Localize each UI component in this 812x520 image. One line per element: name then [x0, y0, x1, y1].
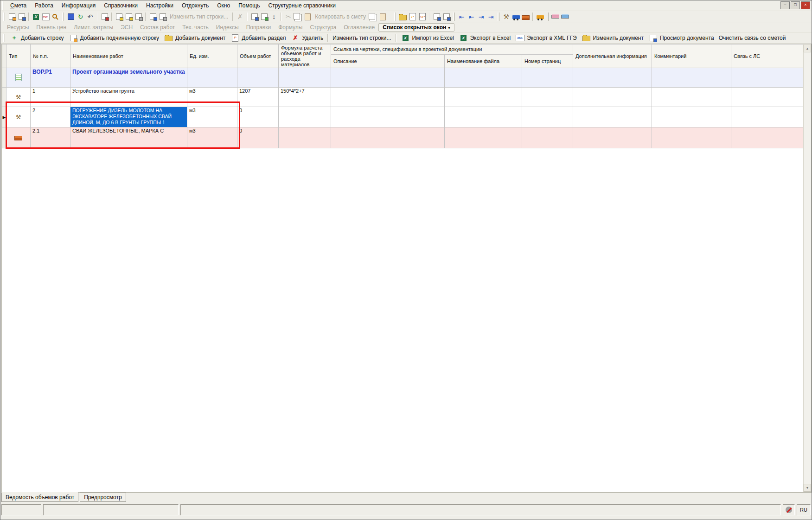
- add-document-button[interactable]: Добавить документ: [161, 32, 228, 43]
- cell-link-pages[interactable]: [522, 88, 573, 107]
- cell-formula[interactable]: [279, 107, 331, 127]
- view-document-button[interactable]: Просмотр документа: [646, 32, 716, 43]
- cell-link-file[interactable]: [445, 127, 522, 148]
- lock-export-icon[interactable]: [100, 12, 109, 22]
- col-header-num[interactable]: № п.п.: [31, 44, 70, 68]
- cell-num[interactable]: 2: [31, 107, 70, 127]
- cell-comment[interactable]: [652, 68, 731, 88]
- cell-unit[interactable]: м3: [187, 88, 237, 107]
- tree-cut-icon[interactable]: [432, 12, 441, 22]
- change-row-type-button[interactable]: Изменить тип строки...: [330, 34, 393, 42]
- cell-link-file[interactable]: [445, 68, 522, 88]
- cell-volume[interactable]: [237, 68, 279, 88]
- cell-comment[interactable]: [652, 127, 731, 148]
- truck-cargo-icon[interactable]: [535, 12, 545, 22]
- tab-formuly[interactable]: Формулы: [275, 24, 306, 31]
- cell-extra[interactable]: [573, 68, 652, 88]
- cell-comment[interactable]: [652, 88, 731, 107]
- add-child-row-button[interactable]: Добавить подчиненную строку: [66, 32, 161, 43]
- undo-icon[interactable]: ↶: [85, 12, 95, 22]
- refresh-icon[interactable]: ↻: [76, 12, 85, 22]
- toolbar-grip[interactable]: [62, 13, 64, 21]
- add-row-button[interactable]: + Добавить строку: [7, 32, 66, 43]
- tab-sostav-rabot[interactable]: Состав работ: [136, 24, 179, 31]
- tab-esn[interactable]: ЭСН: [117, 24, 136, 31]
- tab-indeksy[interactable]: Индексы: [212, 24, 243, 31]
- col-header-type[interactable]: Тип: [6, 44, 31, 68]
- cell-link-desc[interactable]: [331, 127, 445, 148]
- cell-volume[interactable]: 1207: [237, 88, 279, 107]
- col-header-formula[interactable]: Формула расчета объемов работ и расхода …: [279, 44, 331, 68]
- cell-formula[interactable]: [279, 127, 331, 148]
- tree-cut-alt-icon[interactable]: [441, 12, 451, 22]
- copy-to-estimate-button[interactable]: Копировать в смету: [313, 13, 368, 20]
- menu-otdohnut[interactable]: Отдохнуть: [178, 1, 213, 10]
- tab-predprosmotr[interactable]: Предпросмотр: [80, 493, 126, 502]
- cell-link-file[interactable]: [445, 88, 522, 107]
- cell-link-pages[interactable]: [522, 68, 573, 88]
- cell-ls[interactable]: [731, 107, 805, 127]
- maximize-button[interactable]: □: [791, 1, 800, 9]
- indent-first-icon[interactable]: ⇤: [457, 12, 467, 22]
- cell-extra[interactable]: [573, 88, 652, 107]
- cell-type[interactable]: [6, 68, 31, 88]
- cell-link-file[interactable]: [445, 107, 522, 127]
- cell-volume[interactable]: 0: [237, 107, 279, 127]
- menu-strukturnye-spravochniki[interactable]: Структурные справочники: [264, 1, 340, 10]
- cell-num[interactable]: 1: [31, 88, 70, 107]
- col-header-link-group[interactable]: Ссылка на чертежи, спецификации в проект…: [331, 44, 573, 55]
- col-header-extra[interactable]: Дополнительная информация: [573, 44, 652, 68]
- cell-name-selected[interactable]: ПОГРУЖЕНИЕ ДИЗЕЛЬ-МОЛОТОМ НА ЭКСКАВАТОРЕ…: [70, 107, 187, 127]
- bricks-icon[interactable]: [521, 12, 531, 22]
- col-header-comment[interactable]: Комментарий: [652, 44, 731, 68]
- row-type-icon[interactable]: [114, 12, 124, 22]
- edit-cell-icon[interactable]: [259, 12, 269, 22]
- minimize-button[interactable]: –: [780, 1, 790, 9]
- row-type-alt-icon[interactable]: [124, 12, 134, 22]
- edit-document-button[interactable]: Изменить документ: [579, 32, 646, 43]
- cell-unit[interactable]: м3: [187, 107, 237, 127]
- tab-resursy[interactable]: Ресурсы: [3, 24, 32, 31]
- clear-estimate-link-button[interactable]: Очистить связь со сметой: [716, 34, 788, 42]
- copy-icon[interactable]: [293, 12, 303, 22]
- cell-link-desc[interactable]: [331, 107, 445, 127]
- cut-icon[interactable]: ✂: [283, 12, 293, 22]
- cell-link-pages[interactable]: [522, 127, 573, 148]
- cell-ls[interactable]: [731, 88, 805, 107]
- col-header-ls[interactable]: Связь с ЛС: [731, 44, 805, 68]
- cell-type[interactable]: [6, 127, 31, 148]
- section-r-icon[interactable]: Р: [408, 12, 417, 22]
- language-indicator[interactable]: RU: [797, 504, 811, 515]
- cell-name[interactable]: СВАИ ЖЕЛЕЗОБЕТОННЫЕ, МАРКА С: [70, 127, 187, 148]
- menu-nastroiki[interactable]: Настройки: [142, 1, 178, 10]
- purse-icon[interactable]: [398, 12, 408, 22]
- toolbar-grip[interactable]: [547, 13, 549, 21]
- save-icon[interactable]: [66, 12, 76, 22]
- cell-link-desc[interactable]: [331, 88, 445, 107]
- add-section-button[interactable]: Р Добавить раздел: [228, 32, 288, 43]
- copy-structure-icon[interactable]: [158, 12, 167, 22]
- paste-icon[interactable]: [303, 12, 313, 22]
- row-marker-cell[interactable]: [2, 127, 6, 148]
- delete-button[interactable]: ✗ Удалить: [288, 32, 326, 43]
- cell-name[interactable]: Проект организации земельного участка: [70, 68, 187, 88]
- section-pr-icon[interactable]: ПР: [417, 12, 427, 22]
- calculator-icon[interactable]: [249, 12, 259, 22]
- cell-comment[interactable]: [652, 107, 731, 127]
- col-header-link-pages[interactable]: Номер страниц: [522, 54, 573, 68]
- change-row-type-button[interactable]: Изменить тип строки...: [167, 13, 230, 20]
- col-header-volume[interactable]: Объем работ: [237, 44, 279, 68]
- toolbar-grip[interactable]: [2, 1, 4, 10]
- menu-pomosch[interactable]: Помощь: [234, 1, 264, 10]
- cell-unit[interactable]: [187, 68, 237, 88]
- book-blue-icon[interactable]: [560, 12, 570, 22]
- col-header-name[interactable]: Наименование работ: [70, 44, 187, 68]
- toolbar-grip[interactable]: [3, 13, 5, 21]
- scroll-up-icon[interactable]: ▲: [804, 44, 811, 52]
- menu-okno[interactable]: Окно: [213, 1, 234, 10]
- cell-extra[interactable]: [573, 107, 652, 127]
- menu-spravochniki[interactable]: Справочники: [100, 1, 142, 10]
- col-header-link-file[interactable]: Наименование файла: [445, 54, 522, 68]
- close-button[interactable]: ×: [801, 1, 810, 9]
- cell-unit[interactable]: м3: [187, 127, 237, 148]
